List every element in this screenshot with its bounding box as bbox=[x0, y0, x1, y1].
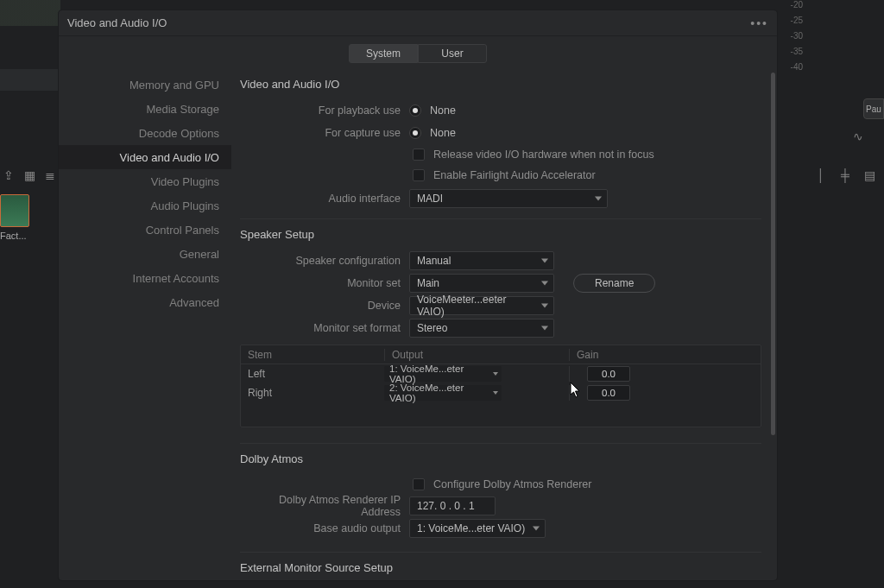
section-dolby-atmos: Dolby Atmos bbox=[240, 452, 761, 465]
tab-system[interactable]: System bbox=[349, 44, 418, 63]
clip-label: Fact... bbox=[0, 231, 27, 241]
import-icon[interactable]: ⇪ bbox=[2, 168, 16, 182]
stem-name: Right bbox=[241, 387, 384, 399]
col-stem: Stem bbox=[241, 349, 384, 361]
meter-ticks: -20 -25 -30 -35 -40 bbox=[791, 0, 803, 78]
section-video-audio-io: Video and Audio I/O bbox=[240, 78, 761, 91]
stem-output-table: Stem Output Gain Left 1: VoiceMe...eter … bbox=[240, 345, 761, 427]
audio-interface-select[interactable]: MADI bbox=[409, 189, 608, 208]
options-menu-icon[interactable]: ••• bbox=[750, 16, 768, 30]
preferences-sidebar: Memory and GPU Media Storage Decode Opti… bbox=[59, 67, 231, 580]
capture-value: None bbox=[430, 127, 456, 139]
right-iconbar: │ ╪ ▤ bbox=[789, 162, 884, 188]
chevron-down-icon bbox=[533, 527, 540, 531]
atmos-ip-field[interactable]: 127. 0 . 0 . 1 bbox=[409, 496, 496, 515]
capture-label: For capture use bbox=[240, 127, 401, 139]
sidebar-item-general[interactable]: General bbox=[59, 242, 231, 266]
sidebar-item-video-plugins[interactable]: Video Plugins bbox=[59, 169, 231, 193]
sidebar-item-internet-accounts[interactable]: Internet Accounts bbox=[59, 266, 231, 290]
dialog-title: Video and Audio I/O bbox=[67, 16, 167, 29]
monitor-set-select[interactable]: Main bbox=[409, 274, 554, 293]
stem-output-select[interactable]: 1: VoiceMe...eter VAIO) bbox=[384, 366, 502, 382]
dialog-titlebar: Video and Audio I/O ••• bbox=[59, 10, 777, 36]
rename-button[interactable]: Rename bbox=[573, 274, 655, 293]
release-hw-label: Release video I/O hardware when not in f… bbox=[433, 149, 654, 161]
line-icon[interactable]: │ bbox=[813, 168, 829, 183]
layout-icon[interactable]: ▤ bbox=[862, 168, 877, 183]
chevron-down-icon bbox=[493, 391, 498, 395]
device-label: Device bbox=[240, 300, 401, 312]
playback-label: For playback use bbox=[240, 104, 401, 117]
pause-button[interactable]: Pau bbox=[863, 98, 884, 119]
divider bbox=[240, 218, 761, 219]
chevron-down-icon bbox=[541, 281, 548, 286]
section-external-monitor: External Monitor Source Setup bbox=[240, 561, 761, 574]
sidebar-item-video-audio-io[interactable]: Video and Audio I/O bbox=[59, 145, 231, 169]
release-hw-checkbox[interactable] bbox=[413, 149, 425, 161]
gain-input[interactable]: 0.0 bbox=[587, 385, 630, 401]
list-view-icon[interactable]: ≣ bbox=[43, 168, 57, 182]
divider bbox=[240, 552, 761, 553]
col-output: Output bbox=[384, 349, 569, 361]
monitor-set-format-select[interactable]: Stereo bbox=[409, 319, 554, 338]
meter-panel: -20 -25 -30 -35 -40 bbox=[780, 0, 884, 173]
mixer-icon[interactable]: ╪ bbox=[837, 168, 853, 183]
configure-atmos-label: Configure Dolby Atmos Renderer bbox=[433, 478, 591, 490]
configure-atmos-checkbox[interactable] bbox=[413, 478, 425, 490]
chevron-down-icon bbox=[595, 197, 602, 201]
stem-output-select[interactable]: 2: VoiceMe...eter VAIO) bbox=[384, 385, 502, 401]
grid-view-icon[interactable]: ▦ bbox=[22, 168, 36, 182]
preferences-dialog: Video and Audio I/O ••• System User Memo… bbox=[59, 10, 777, 580]
section-speaker-setup: Speaker Setup bbox=[240, 228, 761, 241]
speaker-config-select[interactable]: Manual bbox=[409, 251, 554, 270]
chevron-down-icon bbox=[493, 372, 498, 376]
monitor-set-label: Monitor set bbox=[240, 277, 401, 289]
monitor-set-format-label: Monitor set format bbox=[240, 322, 401, 334]
base-output-select[interactable]: 1: VoiceMe...eter VAIO) bbox=[409, 519, 546, 538]
col-gain: Gain bbox=[569, 349, 761, 361]
sidebar-item-decode[interactable]: Decode Options bbox=[59, 121, 231, 145]
sidebar-item-audio-plugins[interactable]: Audio Plugins bbox=[59, 193, 231, 218]
sidebar-item-advanced[interactable]: Advanced bbox=[59, 290, 231, 314]
audio-interface-label: Audio interface bbox=[240, 193, 401, 205]
sidebar-item-control-panels[interactable]: Control Panels bbox=[59, 218, 231, 242]
content-scrollbar[interactable] bbox=[771, 73, 775, 580]
atmos-ip-label: Dolby Atmos Renderer IP Address bbox=[240, 494, 401, 518]
preferences-content: Video and Audio I/O For playback use Non… bbox=[231, 67, 777, 580]
clip-thumbnail[interactable] bbox=[0, 194, 29, 227]
tab-user[interactable]: User bbox=[418, 44, 487, 63]
playback-value: None bbox=[430, 104, 456, 117]
fairlight-accel-label: Enable Fairlight Audio Accelerator bbox=[433, 169, 596, 181]
divider bbox=[240, 443, 761, 444]
stem-name: Left bbox=[241, 368, 384, 380]
fairlight-accel-checkbox[interactable] bbox=[413, 169, 425, 181]
waveform-thumb-2 bbox=[0, 69, 60, 91]
sidebar-item-memory-gpu[interactable]: Memory and GPU bbox=[59, 73, 231, 97]
device-select[interactable]: VoiceMeeter...eeter VAIO) bbox=[409, 296, 554, 315]
view-toolbar: ⇪ ▦ ≣ bbox=[0, 164, 60, 187]
chevron-down-icon bbox=[541, 259, 548, 263]
base-output-label: Base audio output bbox=[240, 522, 401, 534]
sidebar-item-media-storage[interactable]: Media Storage bbox=[59, 97, 231, 121]
chevron-down-icon bbox=[541, 326, 548, 331]
gain-input[interactable]: 0.0 bbox=[587, 366, 630, 382]
capture-radio[interactable] bbox=[409, 127, 421, 139]
speaker-config-label: Speaker configuration bbox=[240, 255, 401, 267]
waveform-thumb bbox=[0, 0, 60, 26]
level-tabs: System User bbox=[59, 40, 777, 67]
chevron-down-icon bbox=[541, 304, 548, 308]
playback-radio[interactable] bbox=[409, 104, 421, 117]
table-row: Right 2: VoiceMe...eter VAIO) 0.0 bbox=[241, 383, 761, 402]
table-row: Left 1: VoiceMe...eter VAIO) 0.0 bbox=[241, 364, 761, 383]
automation-icon[interactable]: ∿ bbox=[853, 130, 863, 143]
